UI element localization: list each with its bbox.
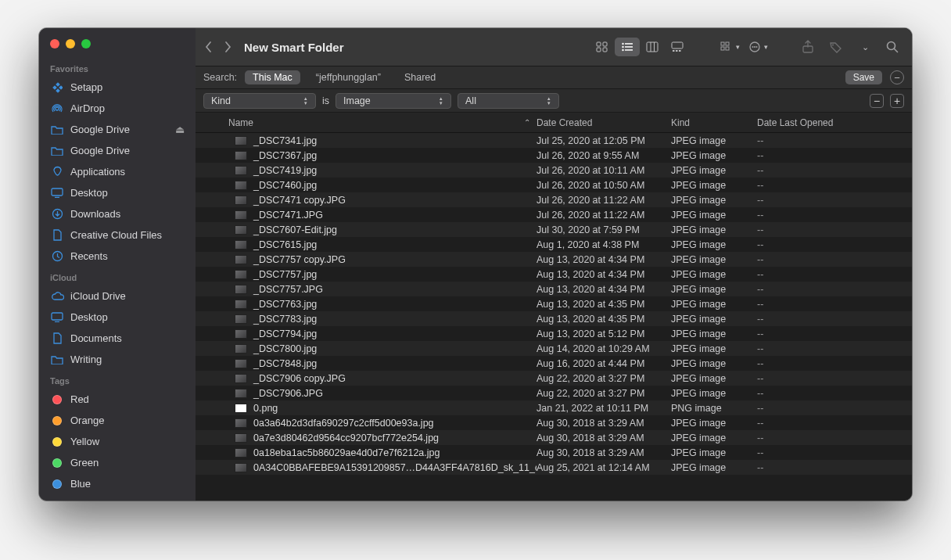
view-gallery-button[interactable]: [665, 38, 690, 56]
sidebar-item-label: Recents: [70, 250, 185, 262]
sidebar-item[interactable]: Creative Cloud Files: [39, 224, 196, 246]
file-date-created: Jan 21, 2022 at 10:11 PM: [537, 403, 671, 414]
criteria-extra-select[interactable]: All ▴▾: [458, 93, 559, 109]
sidebar-item[interactable]: Setapp: [39, 77, 196, 98]
sidebar-tag[interactable]: Blue: [39, 473, 196, 494]
view-icons-button[interactable]: [590, 38, 615, 56]
column-date-created[interactable]: Date Created: [537, 117, 671, 128]
file-date-created: Aug 30, 2018 at 3:29 AM: [537, 447, 671, 458]
file-kind: JPEG image: [671, 180, 757, 191]
criteria-add-button[interactable]: +: [890, 94, 904, 108]
file-kind: JPEG image: [671, 462, 757, 473]
file-kind: JPEG image: [671, 165, 757, 176]
file-name: 0.png: [253, 403, 278, 414]
file-row[interactable]: 0a3a64b2d3dfa690297c2cff5d00e93a.jpg Aug…: [196, 415, 912, 430]
sidebar-item[interactable]: AirDrop: [39, 98, 196, 119]
file-thumbnail-icon: [235, 329, 247, 339]
file-row[interactable]: _DSC7783.jpg Aug 13, 2020 at 4:35 PM JPE…: [196, 311, 912, 326]
file-row[interactable]: _DSC7906.JPG Aug 22, 2020 at 3:27 PM JPE…: [196, 386, 912, 400]
view-switcher: [590, 38, 690, 56]
sidebar-item[interactable]: Writing: [39, 349, 196, 370]
file-kind: JPEG image: [671, 418, 757, 429]
sidebar-item[interactable]: Desktop: [39, 182, 196, 203]
file-row[interactable]: _DSC7419.jpg Jul 26, 2020 at 10:11 AM JP…: [196, 163, 912, 178]
tags-button[interactable]: [826, 38, 846, 56]
share-button[interactable]: [798, 38, 818, 56]
sidebar-item[interactable]: Documents: [39, 328, 196, 349]
file-row[interactable]: 0.png Jan 21, 2022 at 10:11 PM PNG image…: [196, 400, 912, 415]
column-date-last-opened[interactable]: Date Last Opened: [757, 117, 904, 128]
column-name[interactable]: Name ⌃: [203, 117, 537, 128]
scope-user[interactable]: “jeffphungglan”: [308, 70, 389, 84]
svg-rect-21: [647, 42, 658, 52]
action-menu-button[interactable]: ▾: [748, 38, 768, 56]
sidebar-item[interactable]: Recents: [39, 246, 196, 267]
file-row[interactable]: _DSC7757.JPG Aug 13, 2020 at 4:34 PM JPE…: [196, 282, 912, 296]
sidebar-item[interactable]: Desktop: [39, 307, 196, 328]
sidebar-tag[interactable]: Red: [39, 389, 196, 410]
file-row[interactable]: _DSC7460.jpg Jul 26, 2020 at 10:50 AM JP…: [196, 178, 912, 192]
view-list-button[interactable]: [615, 38, 640, 56]
svg-rect-5: [52, 188, 63, 196]
back-button[interactable]: [205, 41, 213, 53]
file-row[interactable]: _DSC7763.jpg Aug 13, 2020 at 4:35 PM JPE…: [196, 296, 912, 311]
file-kind: JPEG image: [671, 343, 757, 354]
file-name: _DSC7848.jpg: [253, 358, 317, 369]
sidebar-tag[interactable]: Orange: [39, 410, 196, 431]
file-row[interactable]: _DSC7794.jpg Aug 13, 2020 at 5:12 PM JPE…: [196, 326, 912, 341]
minimize-button[interactable]: [66, 39, 75, 48]
file-date-last-opened: --: [757, 328, 904, 339]
save-search-button[interactable]: Save: [845, 70, 882, 84]
file-row[interactable]: _DSC7367.jpg Jul 26, 2020 at 9:55 AM JPE…: [196, 148, 912, 163]
criteria-value-select[interactable]: Image ▴▾: [336, 93, 451, 109]
sidebar-item[interactable]: Applications: [39, 161, 196, 182]
svg-rect-9: [52, 313, 63, 320]
scope-shared[interactable]: Shared: [397, 70, 443, 84]
file-name: _DSC7607-Edit.jpg: [253, 224, 337, 235]
file-row[interactable]: 0A34C0BBAFEBE9A15391209857…D44A3FF4A7816…: [196, 460, 912, 475]
file-row[interactable]: _DSC7757 copy.JPG Aug 13, 2020 at 4:34 P…: [196, 252, 912, 267]
file-thumbnail-icon: [235, 270, 247, 279]
forward-button[interactable]: [224, 41, 231, 53]
file-row[interactable]: 0a18eba1ac5b86029ae4d0d7e7f6212a.jpg Aug…: [196, 445, 912, 460]
column-kind[interactable]: Kind: [671, 117, 757, 128]
view-columns-button[interactable]: [640, 38, 665, 56]
scope-this-mac[interactable]: This Mac: [245, 70, 300, 84]
file-row[interactable]: _DSC7848.jpg Aug 16, 2020 at 4:44 PM JPE…: [196, 356, 912, 371]
remove-criteria-button[interactable]: −: [890, 70, 904, 84]
sidebar-item[interactable]: Google Drive ⏏: [39, 119, 196, 140]
criteria-field-select[interactable]: Kind ▴▾: [203, 93, 316, 109]
file-row[interactable]: _DSC7906 copy.JPG Aug 22, 2020 at 3:27 P…: [196, 371, 912, 386]
file-date-last-opened: --: [757, 254, 904, 265]
file-row[interactable]: _DSC7800.jpg Aug 14, 2020 at 10:29 AM JP…: [196, 341, 912, 356]
file-thumbnail-icon: [235, 300, 247, 309]
file-row[interactable]: _DSC7757.jpg Aug 13, 2020 at 4:34 PM JPE…: [196, 267, 912, 282]
sidebar-item[interactable]: Google Drive: [39, 140, 196, 161]
search-button[interactable]: [882, 38, 903, 56]
sidebar-tag-label: Orange: [70, 415, 185, 426]
group-by-button[interactable]: ▾: [720, 38, 740, 56]
file-row[interactable]: _DSC7607-Edit.jpg Jul 30, 2020 at 7:59 P…: [196, 222, 912, 237]
svg-point-19: [622, 49, 623, 51]
file-kind: JPEG image: [671, 284, 757, 295]
more-button[interactable]: ⌄: [854, 38, 874, 56]
eject-icon[interactable]: ⏏: [175, 124, 185, 135]
downloads-icon: [50, 208, 64, 220]
close-button[interactable]: [50, 39, 59, 48]
criteria-remove-button[interactable]: −: [870, 94, 884, 108]
tag-color-icon: [50, 479, 64, 489]
file-name: _DSC7757.jpg: [253, 269, 317, 280]
zoom-button[interactable]: [81, 39, 91, 48]
file-row[interactable]: _DSC7615.jpg Aug 1, 2020 at 4:38 PM JPEG…: [196, 237, 912, 252]
file-row[interactable]: _DSC7471 copy.JPG Jul 26, 2020 at 11:22 …: [196, 192, 912, 207]
sidebar-item[interactable]: iCloud Drive: [39, 285, 196, 307]
file-kind: JPEG image: [671, 195, 757, 206]
file-row[interactable]: 0a7e3d80462d9564cc9207bcf772e254.jpg Aug…: [196, 430, 912, 445]
tag-color-icon: [50, 437, 64, 447]
file-thumbnail-icon: [235, 404, 247, 413]
file-row[interactable]: _DSC7471.JPG Jul 26, 2020 at 11:22 AM JP…: [196, 207, 912, 222]
file-row[interactable]: _DSC7341.jpg Jul 25, 2020 at 12:05 PM JP…: [196, 133, 912, 148]
sidebar-tag[interactable]: Green: [39, 452, 196, 473]
sidebar-tag[interactable]: Yellow: [39, 431, 196, 452]
sidebar-item[interactable]: Downloads: [39, 203, 196, 224]
